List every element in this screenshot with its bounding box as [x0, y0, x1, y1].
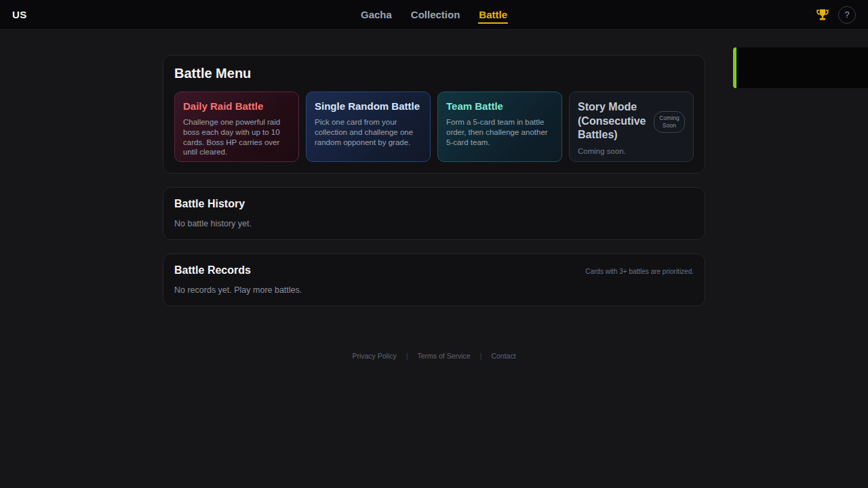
main-nav: Gacha Collection Battle [360, 0, 508, 29]
mode-description: Pick one card from your collection and c… [315, 117, 422, 147]
footer-divider: | [406, 352, 408, 360]
mode-card-daily-raid[interactable]: Daily Raid Battle Challenge one powerful… [174, 92, 299, 162]
nav-gacha[interactable]: Gacha [360, 6, 393, 23]
battle-history-panel: Battle History No battle history yet. [163, 187, 705, 240]
trophy-icon[interactable] [816, 8, 829, 22]
mode-title: Daily Raid Battle [183, 100, 290, 112]
mode-description: Coming soon. [578, 146, 650, 157]
battle-records-title: Battle Records [174, 264, 251, 277]
mode-title: Team Battle [446, 100, 553, 112]
coming-soon-badge: Coming Soon [654, 111, 685, 133]
toast-notification [733, 47, 868, 88]
mode-title: Single Random Battle [315, 100, 422, 112]
mode-title: Story Mode (Consecutive Battles) [578, 100, 650, 142]
mode-card-single-random[interactable]: Single Random Battle Pick one card from … [306, 92, 431, 162]
mode-card-team-battle[interactable]: Team Battle Form a 5-card team in battle… [437, 92, 562, 162]
footer: Privacy Policy | Terms of Service | Cont… [163, 352, 705, 360]
battle-mode-grid: Daily Raid Battle Challenge one powerful… [174, 92, 694, 162]
story-mode-text: Story Mode (Consecutive Battles) Coming … [578, 100, 650, 153]
help-button[interactable]: ? [838, 6, 856, 24]
mode-card-story-mode: Story Mode (Consecutive Battles) Coming … [569, 92, 694, 162]
header: US Gacha Collection Battle ? [0, 0, 868, 30]
footer-divider: | [480, 352, 482, 360]
battle-records-note: Cards with 3+ battles are prioritized. [585, 268, 694, 275]
battle-records-panel: Battle Records Cards with 3+ battles are… [163, 253, 705, 306]
footer-link-privacy[interactable]: Privacy Policy [352, 352, 396, 360]
battle-menu-title: Battle Menu [174, 66, 694, 81]
app-logo[interactable]: US [12, 9, 27, 20]
mode-description: Form a 5-card team in battle order, then… [446, 117, 553, 147]
nav-battle[interactable]: Battle [478, 6, 508, 24]
footer-link-terms[interactable]: Terms of Service [417, 352, 470, 360]
battle-records-empty-text: No records yet. Play more battles. [174, 285, 694, 295]
main-content: Battle Menu Daily Raid Battle Challenge … [163, 30, 705, 360]
battle-records-header: Battle Records Cards with 3+ battles are… [174, 264, 694, 277]
battle-menu-panel: Battle Menu Daily Raid Battle Challenge … [163, 55, 705, 174]
mode-description: Challenge one powerful raid boss each da… [183, 117, 290, 157]
battle-history-empty-text: No battle history yet. [174, 219, 694, 228]
nav-collection[interactable]: Collection [410, 6, 461, 23]
battle-history-title: Battle History [174, 198, 694, 210]
footer-link-contact[interactable]: Contact [491, 352, 515, 360]
header-actions: ? [816, 6, 856, 24]
